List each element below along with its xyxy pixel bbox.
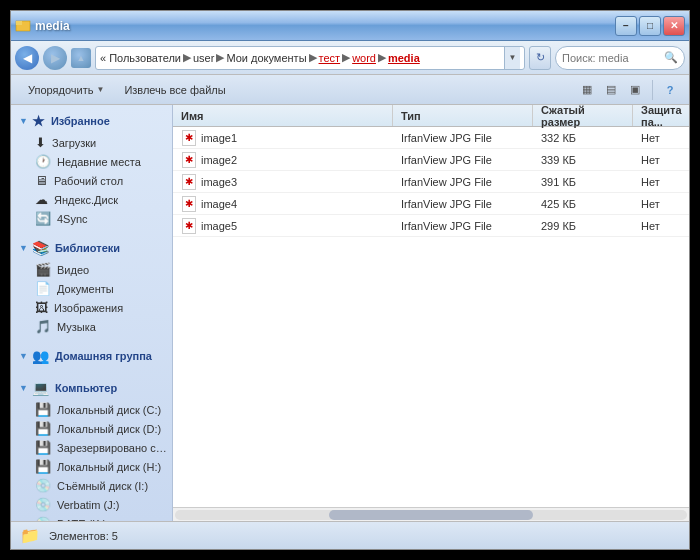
file-name-1: image1 [201,132,237,144]
drive-d-icon: 💾 [35,421,51,436]
sidebar-header-libraries[interactable]: ▼ 📚 Библиотеки [11,236,172,260]
4sync-icon: 🔄 [35,211,51,226]
explorer-window: media − □ ✕ ◀ ▶ ▲ « Пользователи ▶ user … [10,10,690,550]
sidebar-section-libraries: ▼ 📚 Библиотеки 🎬 Видео 📄 Документы 🖼 Изо… [11,236,172,336]
sidebar-item-music[interactable]: 🎵 Музыка [11,317,172,336]
irfanview-icon-3 [182,174,196,190]
file-name-cell-4: image4 [173,193,393,214]
file-type-5: IrfanView JPG File [393,215,533,236]
reserved-label: Зарезервировано си... [57,442,168,454]
search-bar[interactable]: 🔍 [555,46,685,70]
sidebar-item-reserved[interactable]: 💾 Зарезервировано си... [11,438,172,457]
help-button[interactable]: ? [659,79,681,101]
sidebar-item-images[interactable]: 🖼 Изображения [11,298,172,317]
documents-label: Документы [57,283,114,295]
view-tiles-button[interactable]: ▣ [624,79,646,101]
file-name-3: image3 [201,176,237,188]
documents-icon: 📄 [35,281,51,296]
address-parts: « Пользователи ▶ user ▶ Мои документы ▶ … [100,51,504,64]
downloads-icon: ⬇ [35,135,46,150]
col-header-name[interactable]: Имя [173,105,393,126]
status-folder-icon: 📁 [19,525,41,547]
file-name-cell-2: image2 [173,149,393,170]
verbatim-icon: 💿 [35,497,51,512]
col-header-type[interactable]: Тип [393,105,533,126]
music-icon: 🎵 [35,319,51,334]
sidebar-item-drive-i[interactable]: 💿 Съёмный диск (I:) [11,476,172,495]
file-type-1: IrfanView JPG File [393,127,533,148]
file-size-3: 391 КБ [533,171,633,192]
sidebar-item-video[interactable]: 🎬 Видео [11,260,172,279]
titlebar-left: media [15,18,70,34]
favorites-expand-icon: ▼ [19,116,28,126]
images-icon: 🖼 [35,300,48,315]
sidebar-item-drive-k[interactable]: 💿 DATE (K:) [11,514,172,521]
sidebar-item-4sync[interactable]: 🔄 4Sync [11,209,172,228]
forward-button[interactable]: ▶ [43,46,67,70]
up-button[interactable]: ▲ [71,48,91,68]
computer-expand-icon: ▼ [19,383,28,393]
homegroup-label: Домашняя группа [55,350,152,362]
music-label: Музыка [57,321,96,333]
downloads-label: Загрузки [52,137,96,149]
yandex-icon: ☁ [35,192,48,207]
table-row[interactable]: image5 IrfanView JPG File 299 КБ Нет [173,215,689,237]
sidebar-item-downloads[interactable]: ⬇ Загрузки [11,133,172,152]
sidebar-header-homegroup[interactable]: ▼ 👥 Домашняя группа [11,344,172,368]
drive-i-label: Съёмный диск (I:) [57,480,148,492]
file-size-5: 299 КБ [533,215,633,236]
file-protect-4: Нет [633,193,689,214]
hscroll-thumb [329,510,534,520]
sidebar-item-documents[interactable]: 📄 Документы [11,279,172,298]
address-bar[interactable]: « Пользователи ▶ user ▶ Мои документы ▶ … [95,46,525,70]
sidebar-header-computer[interactable]: ▼ 💻 Компьютер [11,376,172,400]
table-row[interactable]: image4 IrfanView JPG File 425 КБ Нет [173,193,689,215]
sidebar-item-drive-c[interactable]: 💾 Локальный диск (C:) [11,400,172,419]
sidebar-section-favorites: ▼ ★ Избранное ⬇ Загрузки 🕐 Недавние мест… [11,109,172,228]
col-header-size[interactable]: Сжатый размер [533,105,633,126]
status-bar: 📁 Элементов: 5 [11,521,689,549]
sidebar-item-drive-d[interactable]: 💾 Локальный диск (D:) [11,419,172,438]
file-header: Имя Тип Сжатый размер Защита па... [173,105,689,127]
minimize-button[interactable]: − [615,16,637,36]
search-input[interactable] [562,52,660,64]
sidebar-header-favorites[interactable]: ▼ ★ Избранное [11,109,172,133]
sidebar-item-verbatim[interactable]: 💿 Verbatim (J:) [11,495,172,514]
titlebar: media − □ ✕ [11,11,689,41]
table-row[interactable]: image2 IrfanView JPG File 339 КБ Нет [173,149,689,171]
maximize-button[interactable]: □ [639,16,661,36]
desktop-label: Рабочий стол [54,175,123,187]
sidebar-item-recent[interactable]: 🕐 Недавние места [11,152,172,171]
organize-arrow: ▼ [96,85,104,94]
search-icon: 🔍 [664,51,678,64]
sidebar-section-computer: ▼ 💻 Компьютер 💾 Локальный диск (C:) 💾 Ло… [11,376,172,521]
view-details-button[interactable]: ▦ [576,79,598,101]
address-dropdown-button[interactable]: ▼ [504,47,520,69]
irfanview-icon-4 [182,196,196,212]
horizontal-scrollbar[interactable] [173,507,689,521]
refresh-button[interactable]: ↻ [529,46,551,70]
file-size-4: 425 КБ [533,193,633,214]
view-list-button[interactable]: ▤ [600,79,622,101]
file-protect-2: Нет [633,149,689,170]
table-row[interactable]: image3 IrfanView JPG File 391 КБ Нет [173,171,689,193]
desktop-icon: 🖥 [35,173,48,188]
file-name-cell-1: image1 [173,127,393,148]
drive-d-label: Локальный диск (D:) [57,423,161,435]
libraries-expand-icon: ▼ [19,243,28,253]
organize-button[interactable]: Упорядочить ▼ [19,79,113,101]
toolbar-right: ▦ ▤ ▣ ? [576,79,681,101]
sidebar-item-yandex[interactable]: ☁ Яндекс.Диск [11,190,172,209]
table-row[interactable]: image1 IrfanView JPG File 332 КБ Нет [173,127,689,149]
organize-label: Упорядочить [28,84,93,96]
libraries-label: Библиотеки [55,242,120,254]
sidebar-item-drive-h[interactable]: 💾 Локальный диск (H:) [11,457,172,476]
drive-h-label: Локальный диск (H:) [57,461,161,473]
toolbar-separator [652,80,653,100]
close-button[interactable]: ✕ [663,16,685,36]
extract-button[interactable]: Извлечь все файлы [115,79,234,101]
verbatim-label: Verbatim (J:) [57,499,119,511]
sidebar-item-desktop[interactable]: 🖥 Рабочий стол [11,171,172,190]
col-header-protect[interactable]: Защита па... [633,105,689,126]
back-button[interactable]: ◀ [15,46,39,70]
